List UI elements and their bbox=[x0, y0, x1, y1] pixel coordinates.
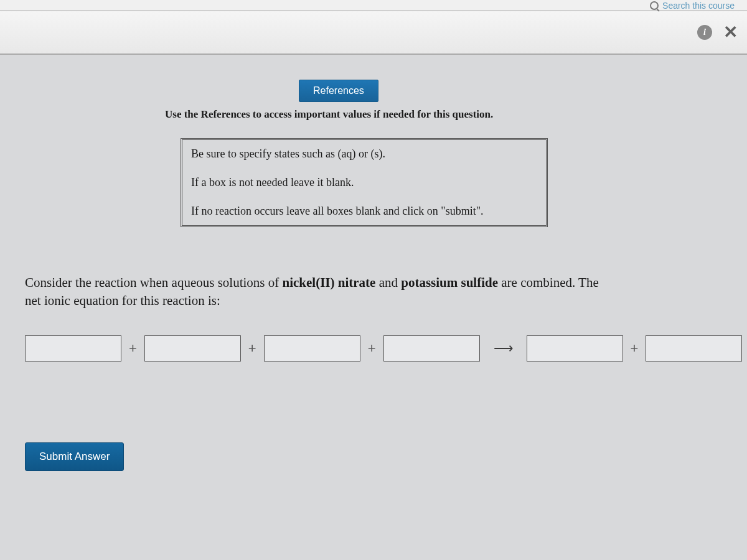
question-content: References Use the References to access … bbox=[0, 55, 747, 496]
question-prompt: Consider the reaction when aqueous solut… bbox=[25, 274, 616, 310]
plus-operator-4: + bbox=[631, 340, 639, 357]
plus-operator-3: + bbox=[368, 340, 376, 357]
close-icon[interactable]: ✕ bbox=[723, 24, 738, 41]
reactant-input-3[interactable] bbox=[264, 335, 360, 362]
question-prefix: Consider the reaction when aqueous solut… bbox=[25, 275, 283, 290]
info-icon[interactable]: i bbox=[697, 25, 712, 40]
reactant-input-4[interactable] bbox=[383, 335, 480, 362]
equation-row: + + + ⟶ + bbox=[25, 335, 722, 362]
reactant-input-2[interactable] bbox=[144, 335, 241, 362]
plus-operator-2: + bbox=[248, 340, 256, 357]
search-fragment[interactable]: Search this course bbox=[650, 1, 735, 11]
product-input-1[interactable] bbox=[527, 335, 623, 362]
references-hint: Use the References to access important v… bbox=[165, 108, 722, 121]
reactant-input-1[interactable] bbox=[25, 335, 121, 362]
question-toolbar: i ✕ bbox=[0, 11, 747, 55]
instruction-line-1: Be sure to specify states such as (aq) o… bbox=[182, 140, 546, 168]
instruction-line-3: If no reaction occurs leave all boxes bl… bbox=[182, 197, 546, 225]
page-top-bar: Search this course bbox=[0, 0, 747, 11]
reagent-1: nickel(II) nitrate bbox=[283, 275, 376, 290]
references-button[interactable]: References bbox=[299, 80, 378, 102]
reagent-2: potassium sulfide bbox=[401, 275, 498, 290]
instructions-box: Be sure to specify states such as (aq) o… bbox=[181, 138, 548, 227]
search-icon bbox=[650, 1, 659, 10]
submit-answer-button[interactable]: Submit Answer bbox=[25, 442, 124, 471]
plus-operator-1: + bbox=[129, 340, 137, 357]
search-placeholder-text: Search this course bbox=[662, 1, 735, 11]
instruction-line-2: If a box is not needed leave it blank. bbox=[182, 168, 546, 197]
question-mid: and bbox=[375, 275, 401, 290]
product-input-2[interactable] bbox=[646, 335, 742, 362]
reaction-arrow-icon: ⟶ bbox=[487, 340, 519, 357]
